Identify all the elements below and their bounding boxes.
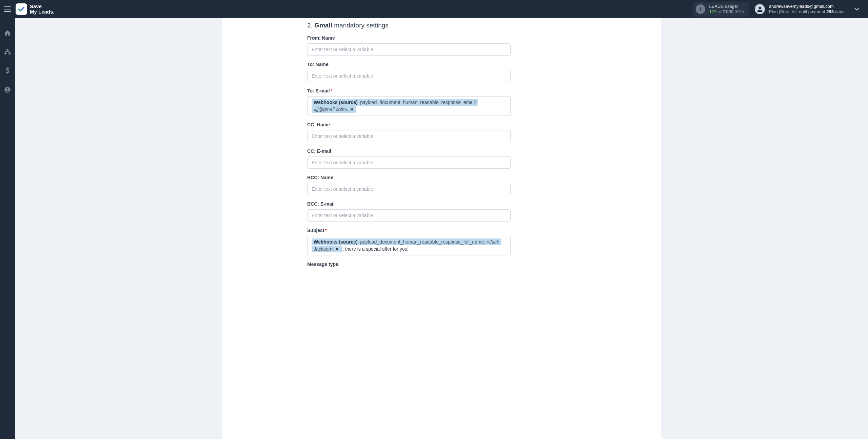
logo[interactable]: SaveMy Leads. bbox=[16, 3, 55, 15]
svg-rect-4 bbox=[7, 49, 8, 50]
app-header: SaveMy Leads. i LEADS usage: 127 of 2'00… bbox=[0, 0, 868, 18]
sidebar-item-account[interactable] bbox=[0, 85, 15, 95]
label-to-name: To: Name bbox=[307, 62, 511, 67]
check-icon bbox=[18, 5, 25, 13]
account-caret[interactable] bbox=[854, 7, 859, 11]
field-bcc-name: BCC: Name bbox=[307, 175, 511, 195]
input-to-name-text[interactable] bbox=[312, 73, 506, 79]
sidebar-item-billing[interactable] bbox=[0, 66, 15, 76]
field-from-name: From: Name bbox=[307, 35, 511, 56]
sidebar bbox=[0, 18, 15, 439]
input-from-name-text[interactable] bbox=[312, 47, 506, 52]
input-bcc-name-text[interactable] bbox=[312, 186, 506, 192]
input-subject[interactable]: Webhooks (source)|payload_document_human… bbox=[307, 236, 511, 255]
avatar bbox=[755, 4, 765, 14]
gmail-settings-form: 2. Gmail mandatory settings From: Name T… bbox=[307, 22, 511, 267]
account-menu-button[interactable]: andrewsavemyleads@gmail.com Plan |Start|… bbox=[755, 4, 868, 15]
main-scroll-area[interactable]: 2. Gmail mandatory settings From: Name T… bbox=[15, 18, 868, 439]
label-bcc-email: BCC: E-mail bbox=[307, 201, 511, 207]
section-title: 2. Gmail mandatory settings bbox=[307, 22, 511, 29]
settings-card: 2. Gmail mandatory settings From: Name T… bbox=[222, 18, 661, 439]
input-to-email[interactable]: Webhooks (source)|payload_document_human… bbox=[307, 96, 511, 116]
input-cc-name[interactable] bbox=[307, 130, 511, 142]
dollar-icon bbox=[5, 67, 9, 74]
sitemap-icon bbox=[4, 48, 11, 55]
account-email: andrewsavemyleads@gmail.com bbox=[769, 4, 844, 9]
chevron-down-icon bbox=[854, 7, 859, 11]
field-to-email: To: E-mail* Webhooks (source)|payload_do… bbox=[307, 88, 511, 116]
label-from-name: From: Name bbox=[307, 35, 511, 41]
user-icon bbox=[756, 5, 764, 13]
input-bcc-email-text[interactable] bbox=[312, 213, 506, 218]
field-bcc-email: BCC: E-mail bbox=[307, 201, 511, 222]
svg-rect-5 bbox=[5, 53, 6, 54]
leads-usage-panel: i LEADS usage: 127 of 2'000 (6%) bbox=[693, 2, 749, 17]
chip-remove-icon[interactable]: ✕ bbox=[350, 107, 354, 112]
field-to-name: To: Name bbox=[307, 62, 511, 82]
input-bcc-email[interactable] bbox=[307, 209, 511, 222]
logo-mark bbox=[16, 3, 27, 15]
info-icon: i bbox=[696, 4, 705, 14]
variable-chip-to-email[interactable]: Webhooks (source)|payload_document_human… bbox=[312, 99, 478, 113]
usage-label: LEADS usage: bbox=[709, 4, 744, 9]
label-subject: Subject* bbox=[307, 228, 511, 233]
account-plan: Plan |Start| left until payment 293 days bbox=[769, 9, 844, 15]
hamburger-icon bbox=[4, 6, 11, 12]
usage-value: 127 of 2'000 (6%) bbox=[709, 9, 744, 15]
label-bcc-name: BCC: Name bbox=[307, 175, 511, 180]
svg-point-8 bbox=[6, 88, 8, 90]
sidebar-item-home[interactable] bbox=[0, 28, 15, 38]
input-cc-email-text[interactable] bbox=[312, 160, 506, 165]
input-cc-email[interactable] bbox=[307, 156, 511, 169]
label-cc-name: CC: Name bbox=[307, 122, 511, 127]
field-cc-name: CC: Name bbox=[307, 122, 511, 142]
logo-text: SaveMy Leads. bbox=[30, 4, 55, 15]
label-cc-email: CC: E-mail bbox=[307, 148, 511, 154]
subject-trailing-text: , there is a special offer for you! bbox=[342, 246, 409, 252]
field-message-type: Message type bbox=[307, 262, 511, 267]
svg-point-3 bbox=[758, 7, 761, 9]
sidebar-item-connections[interactable] bbox=[0, 47, 15, 57]
home-icon bbox=[4, 29, 11, 36]
input-from-name[interactable] bbox=[307, 43, 511, 56]
svg-rect-6 bbox=[8, 53, 10, 54]
label-message-type: Message type bbox=[307, 262, 511, 267]
input-to-name[interactable] bbox=[307, 70, 511, 82]
input-bcc-name[interactable] bbox=[307, 183, 511, 195]
chip-remove-icon[interactable]: ✕ bbox=[335, 246, 339, 252]
user-circle-icon bbox=[4, 86, 11, 93]
field-cc-email: CC: E-mail bbox=[307, 148, 511, 169]
label-to-email: To: E-mail* bbox=[307, 88, 511, 93]
input-cc-name-text[interactable] bbox=[312, 133, 506, 139]
field-subject: Subject* Webhooks (source)|payload_docum… bbox=[307, 228, 511, 255]
hamburger-menu-button[interactable] bbox=[0, 0, 15, 18]
